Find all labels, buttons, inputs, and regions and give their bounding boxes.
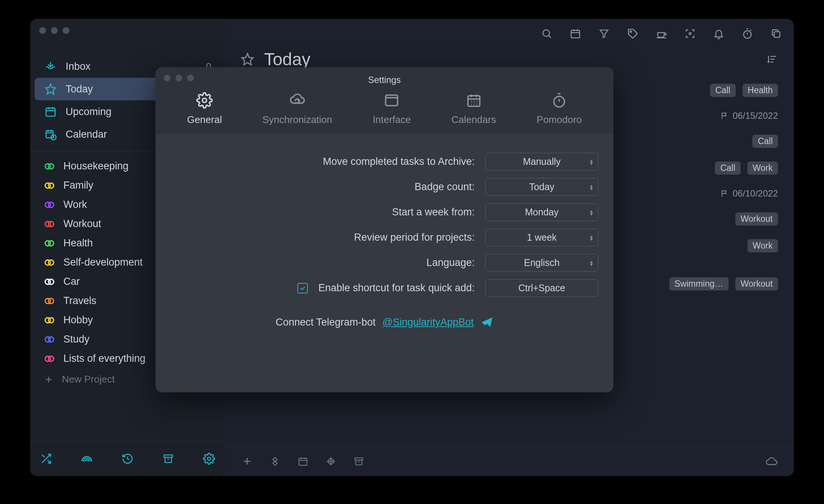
minimize-dot[interactable]	[51, 27, 58, 34]
settings-icon[interactable]	[202, 452, 216, 466]
focus-icon[interactable]	[684, 27, 696, 40]
priority-icon[interactable]	[269, 455, 281, 468]
bell-icon[interactable]	[712, 27, 725, 40]
setting-select-archive[interactable]: Manually ▴▾	[485, 153, 598, 171]
svg-rect-35	[299, 458, 307, 466]
minimize-dot[interactable]	[175, 75, 182, 81]
schedule-icon[interactable]	[297, 455, 309, 468]
tab-label: Synchronization	[263, 114, 332, 126]
project-ring-icon	[44, 161, 55, 172]
trash-icon[interactable]	[352, 455, 365, 468]
task-due-date: 06/15/2022	[721, 111, 778, 121]
telegram-label: Connect Telegram-bot	[275, 317, 375, 328]
task-tag[interactable]: Workout	[735, 212, 778, 226]
tab-label: Interface	[373, 114, 411, 126]
tab-pomodoro[interactable]: Pomodoro	[533, 92, 586, 126]
svg-point-5	[49, 164, 54, 169]
setting-language: Language: Englisch ▴▾	[171, 254, 598, 272]
window-controls	[39, 27, 69, 34]
project-ring-icon	[44, 180, 55, 191]
project-ring-icon	[44, 218, 55, 230]
chevron-updown-icon: ▴▾	[590, 184, 593, 190]
chevron-updown-icon: ▴▾	[590, 235, 593, 241]
setting-select-review[interactable]: 1 week ▴▾	[485, 229, 598, 246]
svg-rect-38	[386, 95, 398, 106]
close-dot[interactable]	[164, 75, 171, 81]
tab-calendars[interactable]: Calendars	[447, 92, 500, 126]
calendar-icon[interactable]	[569, 27, 582, 40]
task-tag[interactable]: Call	[752, 135, 778, 148]
new-project-label: New Project	[62, 373, 115, 385]
close-dot[interactable]	[39, 27, 46, 34]
project-label: Self-development	[63, 257, 143, 268]
project-label: Health	[63, 237, 93, 249]
tab-interface[interactable]: Interface	[369, 92, 415, 126]
telegram-link[interactable]: @SingularityAppBot	[383, 317, 474, 328]
settings-body: Move completed tasks to Archive: Manuall…	[155, 134, 613, 392]
sort-icon[interactable]	[767, 54, 778, 65]
setting-shortcut: Enable shortcut for task quick add: Ctrl…	[171, 279, 598, 297]
project-label: Study	[63, 333, 89, 345]
svg-point-13	[49, 241, 54, 246]
svg-point-31	[689, 33, 691, 35]
page-title: Today	[264, 49, 311, 69]
svg-point-30	[630, 31, 632, 32]
zoom-dot[interactable]	[63, 27, 69, 34]
setting-select-week[interactable]: Monday ▴▾	[485, 203, 598, 221]
archive-icon[interactable]	[161, 452, 175, 466]
window-icon	[383, 92, 400, 109]
setting-label: Review period for projects:	[354, 232, 475, 243]
topbar	[225, 19, 794, 42]
tab-label: Pomodoro	[537, 114, 582, 126]
svg-rect-1	[46, 108, 55, 116]
setting-input-shortcut[interactable]: Ctrl+Space	[485, 279, 598, 297]
svg-point-9	[49, 202, 54, 207]
project-label: Car	[63, 276, 80, 287]
project-label: Work	[63, 199, 87, 211]
setting-select-badge[interactable]: Today ▴▾	[485, 178, 598, 196]
task-due-date: 06/10/2022	[721, 188, 778, 199]
svg-point-15	[49, 260, 54, 265]
add-task-icon[interactable]	[241, 455, 254, 468]
svg-rect-2	[46, 131, 53, 138]
tab-synchronization[interactable]: Synchronization	[259, 92, 336, 126]
copy-icon[interactable]	[770, 27, 782, 40]
svg-rect-26	[164, 455, 173, 457]
task-tag[interactable]: Call	[715, 161, 741, 175]
cloud-sync-icon[interactable]	[765, 455, 778, 468]
tag-icon[interactable]	[626, 27, 639, 40]
move-icon[interactable]	[324, 455, 337, 468]
filter-icon[interactable]	[598, 27, 610, 40]
task-tag[interactable]: Health	[743, 84, 778, 97]
rainbow-icon[interactable]	[80, 452, 94, 466]
shuffle-icon[interactable]	[39, 452, 53, 466]
task-tag[interactable]: Swimming…	[669, 277, 729, 290]
task-tag[interactable]: Workout	[735, 277, 778, 290]
star-outline-icon[interactable]	[241, 52, 254, 66]
settings-modal: Settings General Synchronization Interfa…	[155, 67, 613, 392]
sidebar-footer	[30, 441, 225, 476]
svg-point-23	[49, 337, 54, 342]
svg-marker-34	[242, 54, 253, 65]
setting-label: Language:	[426, 257, 475, 269]
chevron-updown-icon: ▴▾	[590, 260, 593, 266]
setting-label: Move completed tasks to Archive:	[323, 156, 475, 167]
setting-select-language[interactable]: Englisch ▴▾	[485, 254, 598, 272]
task-tag[interactable]: Work	[747, 161, 778, 175]
tab-general[interactable]: General	[183, 92, 226, 126]
search-icon[interactable]	[540, 27, 553, 40]
zoom-dot[interactable]	[187, 75, 194, 81]
project-ring-icon	[44, 295, 55, 307]
gear-icon	[196, 92, 213, 109]
send-icon	[481, 316, 493, 329]
task-tag[interactable]: Work	[747, 239, 778, 252]
task-tag[interactable]: Call	[710, 84, 736, 97]
setting-label: Badge count:	[415, 181, 475, 193]
svg-point-25	[49, 356, 54, 361]
shortcut-checkbox[interactable]	[297, 283, 308, 293]
modal-title: Settings	[155, 67, 613, 86]
history-icon[interactable]	[121, 452, 134, 466]
coffee-icon[interactable]	[655, 27, 668, 40]
stopwatch-icon[interactable]	[741, 27, 754, 40]
project-ring-icon	[44, 257, 55, 268]
